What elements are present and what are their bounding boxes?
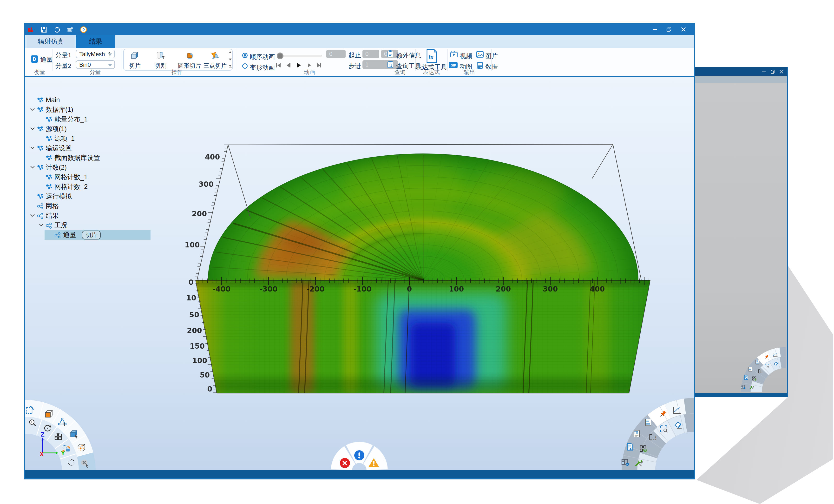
sequence-animation-radio[interactable]: [242, 53, 247, 58]
tree-item-label: 运行模拟: [46, 192, 72, 201]
deform-animation-label[interactable]: 变形动画: [250, 63, 275, 72]
chevron-expand-icon[interactable]: [30, 146, 35, 149]
group-label-animation: 动画: [304, 68, 315, 76]
section-box[interactable]: [196, 280, 650, 393]
error-icon[interactable]: [340, 458, 350, 468]
component2-label: 分量2: [56, 62, 71, 70]
chevron-expand-icon[interactable]: [30, 127, 35, 130]
tree-item-能量分布_1[interactable]: 能量分布_1: [25, 114, 184, 124]
tree-item-Main[interactable]: Main: [25, 95, 184, 105]
background-radial-toolbar[interactable]: [703, 311, 786, 392]
view-radial-toolbar[interactable]: [25, 400, 95, 470]
orange-cube-icon[interactable]: [45, 411, 52, 417]
model-tree: Main数据库(1)能量分布_1源项(1)源项_1输运设置截面数据库设置计数(2…: [25, 91, 184, 247]
minimize-icon[interactable]: [761, 69, 767, 74]
tools-radial-toolbar[interactable]: [621, 398, 694, 470]
cut-button[interactable]: 切割: [146, 62, 175, 70]
depth-axis-label: 100: [192, 356, 207, 365]
picture-button[interactable]: 图片: [485, 52, 498, 60]
slice-button[interactable]: 切片: [120, 62, 149, 70]
tree-item-label: Main: [46, 96, 60, 104]
dotted-cube-icon[interactable]: [78, 444, 85, 451]
tree-item-通量[interactable]: 通量切片: [25, 230, 184, 240]
x-axis-label: 300: [543, 285, 558, 293]
x-axis-label: 400: [590, 285, 605, 293]
video-button[interactable]: 视频: [460, 52, 472, 60]
extra-info-button[interactable]: 额外信息: [396, 51, 421, 60]
sequence-animation-label[interactable]: 顺序动画: [250, 53, 275, 61]
grid-document-icon[interactable]: [634, 430, 639, 437]
tree-item-工况[interactable]: 工况: [25, 220, 184, 230]
notification-arc[interactable]: [331, 442, 388, 470]
playback-controls[interactable]: [276, 62, 336, 68]
ribbon-tabs: 辐射仿真 结果: [25, 35, 694, 48]
picture-icon: [476, 51, 484, 58]
chevron-expand-icon[interactable]: [30, 165, 35, 169]
tree-item-运行模拟[interactable]: 运行模拟: [25, 192, 184, 201]
close-icon[interactable]: [778, 69, 785, 74]
x-axis-label: -200: [306, 285, 324, 293]
restore-icon[interactable]: [665, 25, 673, 33]
expression-fx-icon[interactable]: fx: [425, 49, 438, 63]
tab-radiation-simulation[interactable]: 辐射仿真: [27, 35, 75, 48]
chevron-expand-icon[interactable]: [30, 214, 35, 217]
animation-slider-track[interactable]: [277, 55, 322, 57]
molecule-icon: [45, 174, 52, 180]
step-back-icon: [287, 63, 290, 67]
component1-label: 分量1: [56, 51, 71, 60]
animation-slider-knob[interactable]: [277, 52, 283, 59]
tree-item-输运设置[interactable]: 输运设置: [25, 143, 184, 153]
tree-item-截面数据库设置[interactable]: 截面数据库设置: [25, 153, 184, 162]
component2-dropdown[interactable]: Bin0: [76, 60, 115, 69]
help-icon[interactable]: ?: [80, 26, 87, 34]
component1-dropdown[interactable]: TallyMesh_1: [76, 50, 115, 58]
close-icon[interactable]: [679, 25, 687, 33]
gif-icon: GIF: [449, 62, 458, 68]
data-button[interactable]: 数据: [485, 62, 498, 71]
tree-item-网格[interactable]: 网格: [25, 201, 184, 211]
deform-animation-radio[interactable]: [242, 63, 247, 69]
info-icon[interactable]: [354, 450, 365, 460]
power-icon[interactable]: [53, 26, 61, 34]
three-point-slice-button[interactable]: 三点切片: [201, 62, 229, 70]
range-start-field[interactable]: 0: [363, 50, 379, 58]
statusband: [25, 470, 694, 478]
slice-icon[interactable]: [130, 50, 140, 61]
table-document-icon[interactable]: [756, 360, 759, 364]
tree-item-网格计数_2[interactable]: 网格计数_2: [25, 182, 184, 192]
share-node-icon: [54, 232, 61, 238]
stamp-document-icon[interactable]: [744, 375, 748, 379]
restore-icon[interactable]: [770, 69, 776, 74]
cut-icon[interactable]: [155, 50, 166, 61]
circle-slice-icon[interactable]: [184, 50, 195, 61]
tree-item-源项_1[interactable]: 源项_1: [25, 134, 184, 143]
tree-item-数据库(1)[interactable]: 数据库(1): [25, 105, 184, 114]
minimize-icon[interactable]: [651, 25, 659, 33]
stamp-document-icon[interactable]: [628, 443, 633, 450]
molecule-icon: [45, 135, 52, 142]
chevron-expand-icon[interactable]: [30, 107, 35, 111]
x-axis-label: 0: [407, 285, 412, 293]
grid-document-icon[interactable]: [748, 367, 752, 371]
molecule-icon: [37, 193, 44, 200]
depth-axis-label: 50: [200, 371, 210, 379]
tree-item-源项(1)[interactable]: 源项(1): [25, 124, 184, 134]
tree-item-label: 输运设置: [46, 144, 72, 153]
tree-item-label: 工况: [54, 221, 67, 229]
screenshot-icon[interactable]: [66, 26, 74, 34]
tree-item-label: 截面数据库设置: [54, 153, 100, 162]
flux-variable-label[interactable]: 通量: [40, 56, 53, 64]
svg-text:?: ?: [82, 28, 85, 32]
chevron-expand-icon[interactable]: [39, 223, 44, 226]
tree-item-结果[interactable]: 结果: [25, 211, 184, 220]
tree-item-网格计数_1[interactable]: 网格计数_1: [25, 172, 184, 182]
x-axis-label: -100: [353, 285, 371, 293]
three-point-slice-icon[interactable]: [210, 50, 220, 61]
frame-field[interactable]: 0: [326, 50, 346, 58]
save-icon[interactable]: [40, 26, 48, 34]
tab-results[interactable]: 结果: [76, 35, 115, 48]
table-document-icon[interactable]: [645, 419, 651, 426]
share-node-icon: [37, 212, 44, 219]
tree-item-计数(2)[interactable]: 计数(2): [25, 162, 184, 172]
operation-scroll[interactable]: [227, 50, 233, 69]
